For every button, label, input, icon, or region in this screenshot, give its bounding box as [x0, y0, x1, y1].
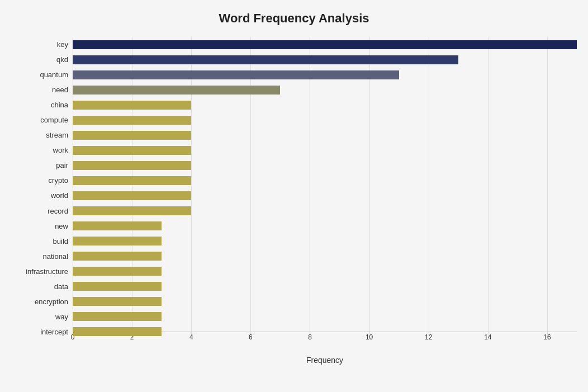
x-axis-label: Frequency: [73, 356, 577, 365]
bar-row-national: [73, 251, 577, 262]
y-label-national: national: [11, 253, 68, 260]
bar-row-record: [73, 205, 577, 216]
grid-line: [310, 37, 310, 339]
bar-row-key: [73, 39, 577, 50]
y-label-qkd: qkd: [11, 56, 68, 63]
bar-row-intercept: [73, 326, 577, 337]
bar-row-infrastructure: [73, 266, 577, 277]
y-label-crypto: crypto: [11, 177, 68, 184]
bar-need: [73, 86, 280, 95]
grid-line: [132, 37, 132, 339]
bar-crypto: [73, 176, 191, 185]
bar-row-way: [73, 311, 577, 322]
y-label-pair: pair: [11, 162, 68, 169]
y-label-world: world: [11, 192, 68, 199]
bar-row-qkd: [73, 54, 577, 65]
y-label-encryption: encryption: [11, 298, 68, 305]
bar-row-world: [73, 190, 577, 201]
y-label-need: need: [11, 86, 68, 93]
y-axis: keyqkdquantumneedchinacomputestreamworkp…: [11, 37, 73, 339]
grid-line: [488, 37, 489, 339]
y-label-infrastructure: infrastructure: [11, 268, 68, 275]
bar-data: [73, 282, 162, 291]
y-label-china: china: [11, 101, 68, 108]
bar-qkd: [73, 55, 458, 64]
bar-key: [73, 40, 577, 49]
bar-row-build: [73, 235, 577, 247]
bar-row-compute: [73, 115, 577, 126]
y-label-record: record: [11, 207, 68, 215]
bar-china: [73, 101, 191, 110]
y-label-work: work: [11, 147, 68, 154]
bar-row-work: [73, 145, 577, 156]
y-label-stream: stream: [11, 131, 68, 139]
bar-row-need: [73, 84, 577, 96]
grid-line: [73, 37, 73, 339]
chart-title: Word Frequency Analysis: [11, 11, 577, 26]
bar-way: [73, 312, 162, 321]
bar-build: [73, 237, 162, 245]
grid-line: [429, 37, 429, 339]
grid-line: [191, 37, 192, 339]
chart-container: Word Frequency Analysis keyqkdquantumnee…: [0, 0, 588, 392]
y-label-data: data: [11, 283, 68, 290]
bar-row-crypto: [73, 175, 577, 186]
chart-area: keyqkdquantumneedchinacomputestreamworkp…: [11, 37, 577, 339]
y-label-build: build: [11, 238, 68, 245]
bar-work: [73, 146, 191, 155]
plot-area: 0246810121416Frequency: [73, 37, 577, 339]
bar-record: [73, 206, 191, 215]
bar-stream: [73, 131, 191, 140]
bar-quantum: [73, 70, 399, 79]
bar-compute: [73, 116, 191, 125]
bar-row-quantum: [73, 69, 577, 81]
grid-line: [250, 37, 251, 339]
y-label-new: new: [11, 223, 68, 230]
bar-row-new: [73, 220, 577, 232]
y-label-key: key: [11, 41, 68, 48]
bar-infrastructure: [73, 267, 162, 276]
y-label-way: way: [11, 313, 68, 320]
grid-line: [547, 37, 548, 339]
bar-row-data: [73, 281, 577, 292]
bar-new: [73, 221, 162, 230]
grid-lines: [73, 37, 577, 339]
bar-intercept: [73, 327, 162, 336]
bar-encryption: [73, 297, 162, 306]
bar-row-stream: [73, 130, 577, 141]
y-label-compute: compute: [11, 116, 68, 124]
bar-row-china: [73, 100, 577, 111]
bar-national: [73, 252, 162, 261]
bar-pair: [73, 161, 191, 170]
bar-row-encryption: [73, 296, 577, 307]
grid-line: [369, 37, 370, 339]
y-label-quantum: quantum: [11, 71, 68, 78]
bar-row-pair: [73, 160, 577, 171]
y-label-intercept: intercept: [11, 328, 68, 336]
bar-world: [73, 191, 191, 200]
